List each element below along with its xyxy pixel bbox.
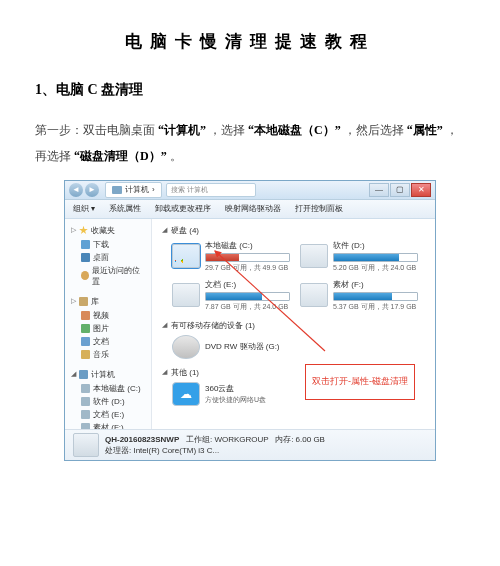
tri-icon: ◢ <box>162 368 167 376</box>
toolbar-control-panel[interactable]: 打开控制面板 <box>295 203 343 214</box>
sb-label: 收藏夹 <box>91 225 115 236</box>
drive-label: 文档 (E:) <box>205 279 290 290</box>
cat-label: 有可移动存储的设备 (1) <box>171 320 255 331</box>
sb-label: 本地磁盘 (C:) <box>93 383 141 394</box>
status-cpu: 处理器: Intel(R) Core(TM) i3 C... <box>105 445 325 456</box>
video-icon <box>81 311 90 320</box>
sidebar-item-drive-e[interactable]: 文档 (E:) <box>65 408 151 421</box>
sidebar-item-recent[interactable]: 最近访问的位置 <box>65 264 151 288</box>
sidebar-item-downloads[interactable]: 下载 <box>65 238 151 251</box>
sidebar-item-desktop[interactable]: 桌面 <box>65 251 151 264</box>
drive-sublabel: 29.7 GB 可用，共 49.9 GB <box>205 263 290 273</box>
sidebar-item-drive-d[interactable]: 软件 (D:) <box>65 395 151 408</box>
toolbar-system-props[interactable]: 系统属性 <box>109 203 141 214</box>
sb-label: 库 <box>91 296 99 307</box>
star-icon <box>79 226 88 235</box>
tri-icon: ▷ <box>71 297 76 305</box>
cat-label: 其他 (1) <box>171 367 199 378</box>
sb-label: 音乐 <box>93 349 109 360</box>
drive-icon <box>300 283 328 307</box>
nav-back-button[interactable]: ◄ <box>69 183 83 197</box>
tri-icon: ◢ <box>162 226 167 234</box>
sb-label: 桌面 <box>93 252 109 263</box>
library-icon <box>79 297 88 306</box>
windows-icon <box>175 257 183 265</box>
p-text: 第一步：双击电脑桌面 <box>35 123 155 137</box>
sidebar-item-pictures[interactable]: 图片 <box>65 322 151 335</box>
drive-icon <box>81 423 90 429</box>
sidebar-item-drive-f[interactable]: 素材 (F:) <box>65 421 151 429</box>
cat-label: 硬盘 (4) <box>171 225 199 236</box>
dvd-drive[interactable]: DVD RW 驱动器 (G:) <box>172 335 290 359</box>
sb-label: 最近访问的位置 <box>92 265 145 287</box>
sb-label: 计算机 <box>91 369 115 380</box>
desktop-icon <box>81 253 90 262</box>
drive-label: 素材 (F:) <box>333 279 418 290</box>
document-icon <box>81 337 90 346</box>
computer-icon <box>79 370 88 379</box>
drive-sublabel: 7.87 GB 可用，共 24.0 GB <box>205 302 290 312</box>
explorer-window: ◄ ► 计算机 › 搜索 计算机 — ▢ ✕ 组织 ▾ 系统属性 卸载或更改程序… <box>64 180 436 461</box>
sidebar-libraries-head[interactable]: ▷ 库 <box>65 294 151 309</box>
tri-icon: ◢ <box>71 370 76 378</box>
picture-icon <box>81 324 90 333</box>
sidebar-item-drive-c[interactable]: 本地磁盘 (C:) <box>65 382 151 395</box>
download-icon <box>81 240 90 249</box>
status-memory: 内存: 6.00 GB <box>275 435 325 444</box>
category-removable[interactable]: ◢ 有可移动存储的设备 (1) <box>162 320 425 331</box>
drive-icon <box>172 283 200 307</box>
drive-sublabel: 方便快捷的网络U盘 <box>205 395 290 405</box>
p-bold: “计算机” <box>158 123 206 137</box>
drive-item[interactable]: 文档 (E:) 7.87 GB 可用，共 24.0 GB <box>172 279 290 312</box>
sb-label: 图片 <box>93 323 109 334</box>
music-icon <box>81 350 90 359</box>
address-bar[interactable]: 计算机 › <box>105 182 162 198</box>
sb-label: 下载 <box>93 239 109 250</box>
dvd-icon <box>172 335 200 359</box>
sidebar-item-music[interactable]: 音乐 <box>65 348 151 361</box>
cloud-icon: ☁ <box>172 382 200 406</box>
drive-item[interactable]: 素材 (F:) 5.37 GB 可用，共 17.9 GB <box>300 279 418 312</box>
p-text: ，选择 <box>209 123 245 137</box>
section-heading: 1、电脑 C 盘清理 <box>35 81 465 99</box>
drive-label: 360云盘 <box>205 383 290 394</box>
sidebar-item-documents[interactable]: 文档 <box>65 335 151 348</box>
clock-icon <box>81 271 89 280</box>
toolbar-map-drive[interactable]: 映射网络驱动器 <box>225 203 281 214</box>
sidebar-item-videos[interactable]: 视频 <box>65 309 151 322</box>
drive-label: DVD RW 驱动器 (G:) <box>205 341 290 352</box>
usage-bar <box>333 292 418 301</box>
usage-bar <box>205 292 290 301</box>
drive-item[interactable]: 软件 (D:) 5.20 GB 可用，共 24.0 GB <box>300 240 418 273</box>
cloud-drive[interactable]: ☁ 360云盘 方便快捷的网络U盘 <box>172 382 290 406</box>
window-close-button[interactable]: ✕ <box>411 183 431 197</box>
computer-icon <box>112 186 122 194</box>
drive-icon <box>172 244 200 268</box>
sidebar-favorites-head[interactable]: ▷ 收藏夹 <box>65 223 151 238</box>
status-bar: QH-20160823SNWP 工作组: WORKGROUP 内存: 6.00 … <box>65 429 435 460</box>
drive-icon <box>300 244 328 268</box>
drive-item[interactable]: 本地磁盘 (C:) 29.7 GB 可用，共 49.9 GB <box>172 240 290 273</box>
toolbar-uninstall[interactable]: 卸载或更改程序 <box>155 203 211 214</box>
usage-bar <box>333 253 418 262</box>
window-minimize-button[interactable]: — <box>369 183 389 197</box>
toolbar-organize[interactable]: 组织 ▾ <box>73 203 95 214</box>
sb-label: 文档 <box>93 336 109 347</box>
nav-forward-button[interactable]: ► <box>85 183 99 197</box>
drive-sublabel: 5.20 GB 可用，共 24.0 GB <box>333 263 418 273</box>
search-input[interactable]: 搜索 计算机 <box>166 183 256 197</box>
drive-icon <box>81 397 90 406</box>
p-bold: “本地磁盘（C）” <box>248 123 341 137</box>
category-hard-drives[interactable]: ◢ 硬盘 (4) <box>162 225 425 236</box>
drive-label: 软件 (D:) <box>333 240 418 251</box>
tri-icon: ◢ <box>162 321 167 329</box>
status-name: QH-20160823SNWP <box>105 435 179 444</box>
address-text: 计算机 <box>125 184 149 195</box>
status-workgroup: 工作组: WORKGROUP <box>186 435 269 444</box>
sb-label: 软件 (D:) <box>93 396 125 407</box>
sb-label: 素材 (F:) <box>93 422 124 429</box>
step-paragraph: 第一步：双击电脑桌面 “计算机” ，选择 “本地磁盘（C）” ，然后选择 “属性… <box>35 117 465 170</box>
sb-label: 视频 <box>93 310 109 321</box>
sidebar-computer-head[interactable]: ◢ 计算机 <box>65 367 151 382</box>
window-maximize-button[interactable]: ▢ <box>390 183 410 197</box>
